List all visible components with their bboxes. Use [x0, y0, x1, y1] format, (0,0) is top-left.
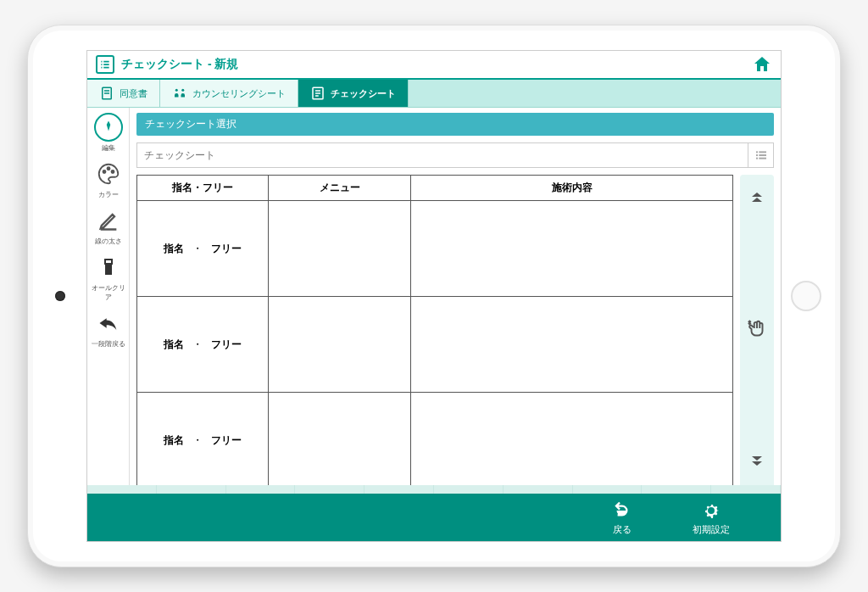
cell-content[interactable] [411, 297, 733, 393]
ltool-edit[interactable]: 編集 [90, 113, 127, 156]
checksheet-select [136, 142, 774, 168]
ltool-label: 線の太さ [90, 237, 127, 246]
svg-point-4 [103, 170, 105, 173]
svg-rect-14 [759, 158, 766, 159]
counseling-icon [172, 86, 187, 101]
back-label: 戻る [613, 523, 632, 536]
table-row: 指名 ・ フリー [137, 201, 733, 297]
scroll-panel [740, 175, 774, 489]
left-toolbar: 編集 カラー 線の太さ [87, 108, 130, 494]
camera-dot [55, 291, 65, 301]
cell-content[interactable] [411, 201, 733, 297]
back-button[interactable]: 戻る [611, 500, 633, 536]
tab-label: カウンセリングシート [192, 87, 286, 100]
tab-consent[interactable]: 同意書 [87, 80, 160, 107]
body-area: 編集 カラー 線の太さ [87, 108, 781, 494]
drag-hand-icon[interactable] [745, 317, 769, 341]
ltool-undo[interactable]: 一段階戻る [90, 309, 127, 352]
scroll-up-icon[interactable] [745, 183, 769, 207]
svg-rect-13 [759, 154, 766, 156]
ltool-label: 編集 [90, 143, 127, 153]
cell-content[interactable] [411, 393, 733, 489]
tab-bar: 同意書 カウンセリングシート チェックシート [87, 80, 781, 108]
section-title: チェックシート選択 [136, 113, 774, 136]
table-area: 指名・フリー メニュー 施術内容 指名 ・ [136, 175, 774, 489]
footer-bar: 戻る 初期設定 [87, 494, 781, 541]
tab-counseling[interactable]: カウンセリングシート [160, 80, 298, 107]
tab-checksheet[interactable]: チェックシート [298, 80, 409, 107]
tab-label: チェックシート [331, 87, 396, 100]
svg-point-2 [181, 89, 184, 92]
checklist-icon [96, 55, 114, 74]
ltool-color[interactable]: カラー [90, 159, 127, 203]
eraser-icon [94, 253, 123, 282]
svg-point-1 [175, 89, 178, 92]
svg-rect-10 [756, 154, 758, 156]
cell-menu[interactable] [268, 201, 411, 297]
checksheet-input[interactable] [137, 143, 748, 167]
ltool-label: オールクリア [90, 283, 127, 302]
undo-icon [94, 309, 123, 338]
pencil-icon [94, 206, 123, 235]
tablet-frame: チェックシート - 新規 同意書 カウンセリングシート [27, 25, 841, 567]
cell-nominate[interactable]: 指名 ・ フリー [137, 393, 269, 489]
scroll-down-icon[interactable] [745, 451, 769, 475]
settings-label: 初期設定 [693, 523, 730, 536]
table-row: 指名 ・ フリー [137, 393, 733, 489]
table-row: 指名 ・ フリー [137, 297, 733, 393]
footer-divider [87, 485, 781, 494]
home-button[interactable] [791, 281, 821, 311]
ltool-thickness[interactable]: 線の太さ [90, 206, 127, 249]
svg-rect-11 [756, 158, 758, 159]
col-header-3: 施術内容 [411, 176, 733, 201]
gear-icon [700, 500, 722, 522]
svg-rect-9 [756, 151, 758, 153]
col-header-1: 指名・フリー [137, 176, 269, 201]
col-header-2: メニュー [268, 176, 411, 201]
main-panel: チェックシート選択 指名・フリー メニュー 施術内容 [130, 108, 781, 494]
consent-icon [99, 86, 114, 101]
svg-rect-8 [105, 260, 112, 264]
ltool-label: 一段階戻る [90, 339, 127, 349]
svg-point-6 [111, 170, 114, 173]
check-table: 指名・フリー メニュー 施術内容 指名 ・ [136, 175, 733, 489]
cell-menu[interactable] [268, 393, 411, 489]
svg-rect-12 [759, 151, 766, 153]
ltool-label: カラー [90, 190, 127, 199]
palette-icon [94, 159, 123, 188]
settings-button[interactable]: 初期設定 [693, 500, 730, 536]
svg-point-5 [107, 167, 109, 170]
checksheet-icon [310, 86, 326, 101]
pen-icon [94, 113, 123, 142]
app-header: チェックシート - 新規 [87, 51, 781, 80]
cell-nominate[interactable]: 指名 ・ フリー [137, 297, 269, 393]
cell-menu[interactable] [268, 297, 411, 393]
tab-label: 同意書 [120, 87, 147, 100]
back-icon [611, 500, 633, 522]
app-screen: チェックシート - 新規 同意書 カウンセリングシート [86, 50, 782, 542]
page-title: チェックシート - 新規 [121, 57, 238, 72]
cell-nominate[interactable]: 指名 ・ フリー [137, 201, 269, 297]
ltool-clear[interactable]: オールクリア [90, 253, 127, 305]
list-button[interactable] [748, 143, 773, 167]
home-icon[interactable] [752, 54, 772, 75]
